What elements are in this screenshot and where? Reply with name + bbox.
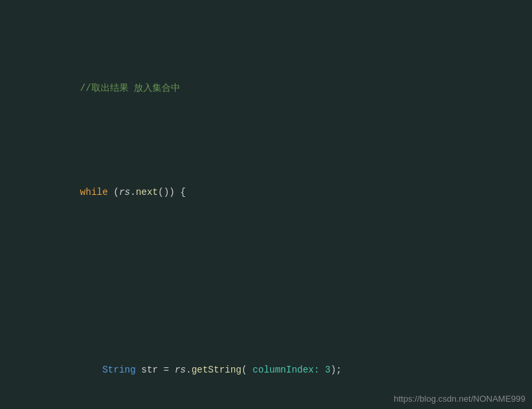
line-comment-get-result: //取出结果 放入集合中: [13, 66, 519, 111]
parens: ()) {: [158, 187, 186, 198]
method-next: next: [136, 187, 158, 198]
type-string: String: [102, 365, 135, 375]
dot: .: [130, 187, 135, 198]
comment-text: //取出结果 放入集合中: [36, 83, 180, 93]
dot2: .: [186, 365, 191, 375]
method-getstring: getString: [191, 365, 242, 375]
indent: [36, 365, 103, 375]
param-columnindex-3: columnIndex: 3: [252, 365, 331, 375]
watermark: https://blog.csdn.net/NONAME999: [394, 394, 525, 404]
line-string-str: String str = rs.getString( columnIndex: …: [13, 348, 519, 392]
paren-close: );: [331, 365, 342, 375]
paren-open: (: [242, 365, 253, 375]
space: str =: [136, 365, 169, 375]
rs-var2: rs: [169, 365, 186, 375]
line-while: while (rs.next()) {: [13, 170, 519, 214]
indent: [36, 187, 80, 198]
rs-var: rs: [119, 187, 131, 198]
code-editor: //取出结果 放入集合中 while (rs.next()) { String …: [0, 0, 532, 409]
line-blank-1: [13, 274, 519, 288]
keyword-while: while: [80, 187, 108, 198]
plain-text: (: [108, 187, 119, 198]
